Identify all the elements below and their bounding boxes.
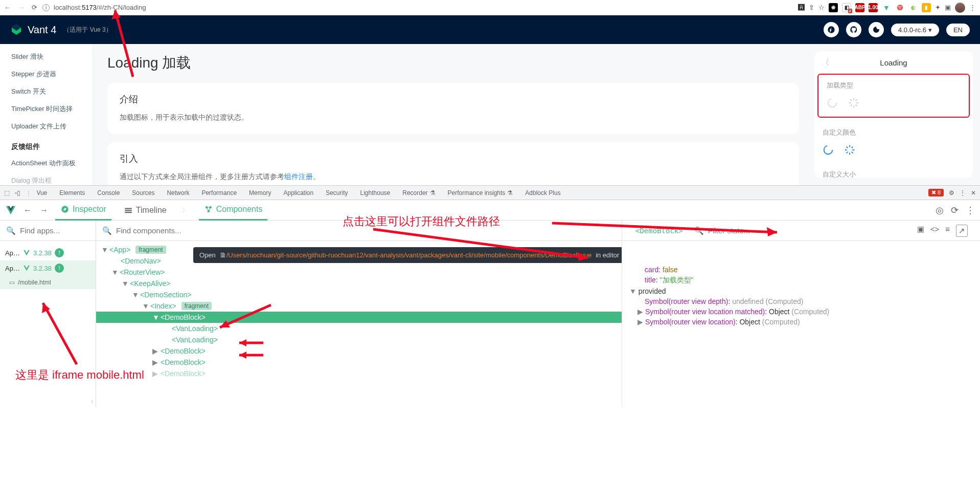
compass-icon xyxy=(60,205,70,214)
app-path: ▭ /mobile.html xyxy=(0,276,96,289)
search-apps-input[interactable] xyxy=(20,226,76,235)
open-editor-icon[interactable]: ↗ xyxy=(956,225,968,237)
back-icon[interactable]: 〈 xyxy=(822,58,829,68)
error-badge[interactable]: ✖ 8 xyxy=(928,189,944,196)
sidebar-item[interactable]: Slider 滑块 xyxy=(0,48,92,65)
menu-icon[interactable]: ⋮ xyxy=(960,189,966,196)
tree-row[interactable]: ▶<DemoBlock> xyxy=(96,357,622,368)
ext-icon[interactable]: ◧2 xyxy=(842,3,851,12)
info-icon[interactable]: i xyxy=(42,4,50,11)
sidebar-item[interactable]: Dialog 弹出框 xyxy=(0,172,92,185)
components-tab[interactable]: Components xyxy=(199,200,268,221)
tree-row[interactable]: ▶<DemoBlock> xyxy=(96,368,622,379)
sidebar-item[interactable]: Stepper 步进器 xyxy=(0,65,92,83)
state-row: card: false xyxy=(629,265,973,275)
section-label: 加载类型 xyxy=(827,81,961,90)
refresh-icon[interactable]: ⟳ xyxy=(951,205,959,216)
sidebar-item[interactable]: ActionSheet 动作面板 xyxy=(0,155,92,172)
tab-adblock[interactable]: Adblock Plus xyxy=(520,186,565,200)
tab-console[interactable]: Console xyxy=(92,186,125,200)
close-icon[interactable]: ✕ xyxy=(971,189,976,196)
svg-line-17 xyxy=(852,147,853,148)
ext-icon[interactable]: ❀ xyxy=(829,3,838,12)
search-components[interactable]: 🔍 xyxy=(96,221,622,240)
tab-lighthouse[interactable]: Lighthouse xyxy=(355,186,396,200)
tree-row[interactable]: ▶<DemoBlock> xyxy=(96,345,622,357)
sidebar-item[interactable]: Switch 开关 xyxy=(0,83,92,100)
tree-row[interactable]: ▼<Index>fragment xyxy=(96,300,622,312)
forward-icon[interactable]: → xyxy=(18,4,25,11)
lang-switch[interactable]: EN xyxy=(946,24,970,36)
state-row[interactable]: ▶Symbol(router view location matched): O… xyxy=(629,307,973,317)
github-icon[interactable] xyxy=(846,22,861,37)
code-icon[interactable]: <> xyxy=(930,225,940,237)
chevron-down-icon: ▾ xyxy=(928,26,932,34)
preview-section: 自定义大小 xyxy=(814,164,973,178)
tree-row[interactable]: <VanLoading> xyxy=(96,323,622,334)
extension-icons: 🅰 ⇧ ☆ ❀ ◧2 ABP 1.00 ▼ ♈ ◐ ▮ ✦ ▣ ⋮ xyxy=(798,3,976,13)
tree-row[interactable]: ▼<DemoSection> xyxy=(96,289,622,300)
register-link[interactable]: 组件注册 xyxy=(284,172,313,181)
gear-icon[interactable]: ⚙ xyxy=(949,189,954,196)
app-row[interactable]: Ap… 3.2.38 ! xyxy=(0,245,96,260)
tab-recorder[interactable]: Recorder⚗ xyxy=(397,186,440,200)
wechat-icon[interactable] xyxy=(824,22,839,37)
search-icon: 🔍 xyxy=(6,226,16,235)
tab-application[interactable]: Application xyxy=(278,186,318,200)
tree-row[interactable]: <VanLoading> xyxy=(96,334,622,345)
inspect-icon[interactable]: ⬚ xyxy=(4,189,13,196)
target-icon[interactable]: ◎ xyxy=(936,205,944,216)
tree-row[interactable]: ▼<KeepAlive> xyxy=(96,278,622,289)
camera-icon[interactable]: ▣ xyxy=(917,225,924,237)
menu-icon[interactable]: ⋮ xyxy=(969,4,976,11)
star-icon[interactable]: ☆ xyxy=(818,4,825,11)
tab-vue[interactable]: Vue xyxy=(31,186,52,200)
search-apps[interactable]: 🔍 xyxy=(0,221,96,240)
forward-icon[interactable]: → xyxy=(40,206,48,215)
abp-icon[interactable]: ABP xyxy=(855,3,864,12)
share-icon[interactable]: ⇧ xyxy=(809,4,814,11)
state-group[interactable]: ▼provided xyxy=(629,286,973,296)
main-content: Loading 加载 介绍 加载图标，用于表示加载中的过渡状态。 引入 通过以下… xyxy=(92,44,814,185)
ext-icon[interactable]: 1.00 xyxy=(869,3,878,12)
inspector-tab[interactable]: Inspector xyxy=(55,200,111,221)
back-icon[interactable]: ← xyxy=(4,4,11,11)
extensions-icon[interactable]: ✦ xyxy=(935,4,941,11)
resize-handle[interactable]: ‹ xyxy=(91,397,96,405)
url-bar[interactable]: i localhost:5173/#/zh-CN/loading xyxy=(42,4,793,11)
back-icon[interactable]: ← xyxy=(24,206,32,215)
tree-row[interactable]: ▼<RouterView> xyxy=(96,267,622,278)
tree-row-selected[interactable]: ▼<DemoBlock> xyxy=(96,312,622,323)
translate-icon[interactable]: 🅰 xyxy=(798,4,805,11)
filter-state-input[interactable] xyxy=(708,226,810,235)
version-select[interactable]: 4.0.0-rc.6▾ xyxy=(891,24,939,36)
avatar-icon[interactable] xyxy=(955,3,965,13)
sidebar-item[interactable]: TimePicker 时间选择 xyxy=(0,100,92,118)
vue-ext-icon[interactable]: ▼ xyxy=(882,3,891,12)
tab-elements[interactable]: Elements xyxy=(54,186,90,200)
vue-panels: Ap… 3.2.38 ! Ap… 3.2.38 ! ▭ /mobile.html… xyxy=(0,241,980,407)
panel-icon[interactable]: ▣ xyxy=(945,4,951,11)
tab-memory[interactable]: Memory xyxy=(244,186,276,200)
tab-sources[interactable]: Sources xyxy=(127,186,159,200)
ext-icon[interactable]: ◐ xyxy=(908,3,918,12)
filter-icon[interactable]: ≡ xyxy=(945,225,950,237)
device-icon[interactable]: ▫▯ xyxy=(15,189,26,196)
vant-header: Vant 4 （适用于 Vue 3） 4.0.0-rc.6▾ EN xyxy=(0,15,980,44)
reload-icon[interactable]: ⟳ xyxy=(32,4,37,11)
sidebar-item[interactable]: Uploader 文件上传 xyxy=(0,118,92,135)
ext-icon[interactable]: ♈ xyxy=(895,3,904,12)
tab-security[interactable]: Security xyxy=(321,186,353,200)
brand-title: Vant 4 xyxy=(28,24,56,36)
app-row-selected[interactable]: Ap… 3.2.38 ! xyxy=(0,260,96,276)
timeline-tab[interactable]: Timeline xyxy=(119,203,172,218)
menu-icon[interactable]: ⋮ xyxy=(966,205,975,216)
tab-performance[interactable]: Performance xyxy=(196,186,242,200)
vue-icon xyxy=(23,265,30,272)
theme-icon[interactable] xyxy=(869,22,884,37)
search-components-input[interactable] xyxy=(116,226,269,235)
tab-perf-insights[interactable]: Performance insights⚗ xyxy=(443,186,518,200)
state-row[interactable]: ▶Symbol(router view location): Object (C… xyxy=(629,317,973,327)
tab-network[interactable]: Network xyxy=(162,186,194,200)
ext-icon[interactable]: ▮ xyxy=(922,3,931,12)
